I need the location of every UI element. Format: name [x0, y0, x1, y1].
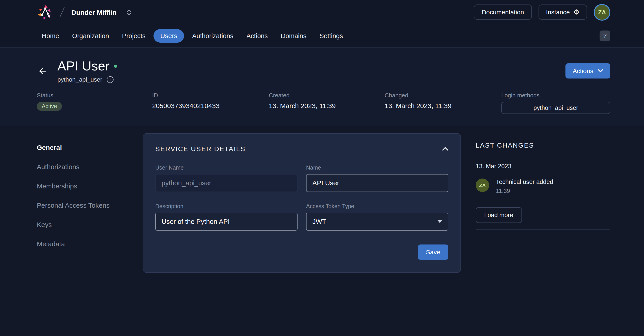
- tab-projects[interactable]: Projects: [117, 29, 150, 42]
- page-title: API User: [58, 59, 110, 73]
- status-column: Status Active: [37, 92, 152, 114]
- page-header: API User python_api_user i Actions Statu…: [0, 47, 644, 126]
- instance-label: Instance: [546, 8, 570, 16]
- event-text: Technical user added: [496, 179, 553, 186]
- sidebar-item-memberships[interactable]: Memberships: [37, 182, 77, 190]
- zitadel-logo: [37, 4, 54, 20]
- access-token-type-field-group: Access Token Type JWT: [306, 203, 448, 231]
- login-methods-label: Login methods: [501, 92, 540, 99]
- nav-tabs: Home Organization Projects Users Authori…: [37, 29, 348, 42]
- user-name-label: User Name: [155, 165, 298, 171]
- main-content: General Authorizations Memberships Perso…: [0, 126, 644, 315]
- created-value: 13. March 2023, 11:39: [269, 102, 384, 109]
- user-active-dot: [114, 65, 117, 68]
- access-token-type-value: JWT: [312, 218, 326, 225]
- gear-icon: ⚙: [573, 9, 580, 15]
- user-avatar[interactable]: ZA: [594, 4, 610, 20]
- instance-button[interactable]: Instance ⚙: [538, 4, 587, 20]
- actions-button[interactable]: Actions: [566, 63, 610, 79]
- collapse-card-button[interactable]: [442, 147, 448, 151]
- description-input[interactable]: [155, 213, 298, 231]
- save-button[interactable]: Save: [418, 245, 448, 260]
- access-token-type-select[interactable]: JWT: [306, 213, 448, 231]
- info-row: Status Active ID 205003739340210433 Crea…: [0, 83, 644, 126]
- sidebar-item-authorizations[interactable]: Authorizations: [37, 163, 80, 170]
- sidebar-item-metadata[interactable]: Metadata: [37, 240, 65, 248]
- section-sidebar: General Authorizations Memberships Perso…: [37, 126, 143, 248]
- save-button-label: Save: [426, 249, 440, 256]
- console-app: Dunder Mifflin Documentation Instance ⚙ …: [0, 0, 644, 336]
- details-form: User Name Name Description Access Token …: [155, 165, 448, 231]
- changes-divider: [476, 229, 610, 230]
- login-methods-column: Login methods python_api_user: [501, 92, 610, 114]
- tab-users[interactable]: Users: [154, 29, 184, 42]
- back-arrow-icon: [38, 66, 48, 76]
- id-value: 205003739340210433: [152, 102, 269, 109]
- card-header: SERVICE USER DETAILS: [155, 145, 448, 153]
- help-button[interactable]: ?: [600, 30, 610, 41]
- tab-organization[interactable]: Organization: [67, 29, 114, 42]
- avatar-initials: ZA: [598, 9, 606, 15]
- created-column: Created 13. March 2023, 11:39: [269, 92, 384, 114]
- select-caret-icon: [438, 220, 442, 223]
- tab-authorizations[interactable]: Authorizations: [187, 29, 238, 42]
- event-body: Technical user added 11:39: [496, 179, 553, 194]
- status-badge: Active: [37, 102, 62, 111]
- tab-actions[interactable]: Actions: [242, 29, 273, 42]
- status-label: Status: [37, 92, 152, 99]
- back-button[interactable]: [37, 65, 48, 77]
- login-method-chip: python_api_user: [501, 102, 610, 114]
- service-user-details-card: SERVICE USER DETAILS User Name Name Desc…: [143, 133, 461, 273]
- main-nav: Home Organization Projects Users Authori…: [0, 24, 644, 47]
- event-avatar: ZA: [476, 179, 489, 192]
- last-changes-panel: LAST CHANGES 13. Mar 2023 ZA Technical u…: [476, 126, 610, 230]
- breadcrumb-slash: [60, 7, 65, 17]
- name-field-group: Name: [306, 165, 448, 192]
- card-title: SERVICE USER DETAILS: [155, 145, 246, 153]
- footer-bar: [0, 315, 644, 336]
- user-name-field-group: User Name: [155, 165, 298, 192]
- load-more-button[interactable]: Load more: [476, 207, 522, 223]
- title-row: API User python_api_user i Actions: [0, 47, 644, 83]
- last-changes-title: LAST CHANGES: [476, 141, 610, 149]
- name-input[interactable]: [306, 174, 448, 192]
- chevron-up-icon: [442, 147, 448, 151]
- sidebar-item-general[interactable]: General: [37, 144, 62, 151]
- card-actions: Save: [155, 245, 448, 260]
- tab-domains[interactable]: Domains: [276, 29, 311, 42]
- sidebar-item-keys[interactable]: Keys: [37, 221, 52, 228]
- org-name: Dunder Mifflin: [71, 8, 117, 16]
- tab-settings[interactable]: Settings: [314, 29, 348, 42]
- unfold-icon: [126, 9, 132, 15]
- event-time: 11:39: [496, 188, 553, 194]
- change-event: ZA Technical user added 11:39: [476, 179, 610, 194]
- id-label: ID: [152, 92, 269, 99]
- tab-home[interactable]: Home: [37, 29, 64, 42]
- name-label: Name: [306, 165, 448, 171]
- description-label: Description: [155, 203, 298, 210]
- sidebar-item-personal-access-tokens[interactable]: Personal Access Tokens: [37, 201, 110, 209]
- user-name-input: [155, 174, 298, 192]
- id-column: ID 205003739340210433: [152, 92, 269, 114]
- created-label: Created: [269, 92, 384, 99]
- changes-date: 13. Mar 2023: [476, 163, 610, 170]
- documentation-button[interactable]: Documentation: [474, 4, 532, 20]
- changed-value: 13. March 2023, 11:39: [384, 102, 501, 109]
- chevron-down-icon: [598, 69, 603, 73]
- description-field-group: Description: [155, 203, 298, 231]
- changed-column: Changed 13. March 2023, 11:39: [384, 92, 501, 114]
- changed-label: Changed: [384, 92, 501, 99]
- topbar-right: Documentation Instance ⚙ ZA: [474, 4, 610, 20]
- documentation-label: Documentation: [482, 8, 524, 16]
- org-switcher[interactable]: Dunder Mifflin: [71, 8, 132, 16]
- actions-button-label: Actions: [573, 67, 593, 75]
- top-bar: Dunder Mifflin Documentation Instance ⚙ …: [0, 0, 644, 24]
- info-icon[interactable]: i: [107, 76, 114, 83]
- access-token-type-label: Access Token Type: [306, 203, 448, 210]
- title-block: API User python_api_user i: [58, 59, 117, 83]
- page-subtitle: python_api_user: [58, 76, 102, 83]
